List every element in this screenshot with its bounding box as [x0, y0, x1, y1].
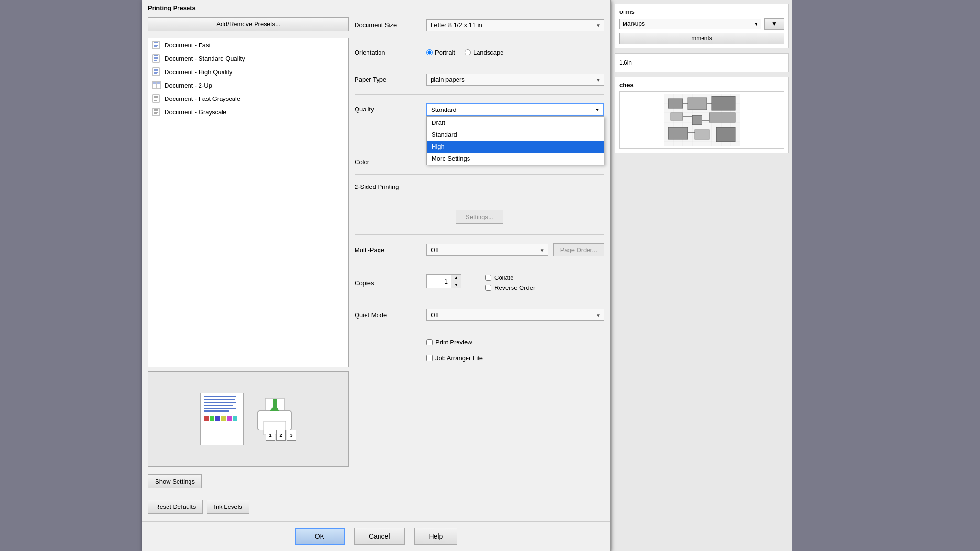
quality-dropdown: Draft Standard High More Settings	[426, 116, 604, 165]
copies-increment[interactable]: ▲	[451, 275, 461, 281]
multi-page-control: Off Page Order...	[426, 243, 604, 256]
preset-label-standard: Document - Standard Quality	[165, 55, 245, 62]
searches-title: ches	[619, 81, 784, 88]
markups-select[interactable]: Markups	[619, 19, 761, 29]
comments-button[interactable]: mments	[619, 33, 784, 44]
dialog-footer: OK Cancel Help	[142, 521, 610, 551]
doc-icon-high	[152, 67, 161, 76]
markups-select-wrapper: Markups	[619, 19, 761, 29]
print-preview-label: Print Preview	[435, 339, 472, 346]
searches-section: ches	[615, 77, 789, 153]
cancel-button[interactable]: Cancel	[354, 528, 405, 545]
dialog-title: Printing Presets	[142, 0, 610, 13]
printer-preview: 1 2 3	[253, 397, 296, 441]
document-size-select[interactable]: Letter 8 1/2 x 11 in	[426, 19, 604, 31]
svg-rect-50	[688, 98, 707, 110]
quality-display[interactable]: Standard ▼	[426, 103, 604, 116]
show-settings-button[interactable]: Show Settings	[148, 474, 202, 488]
orientation-label: Orientation	[355, 49, 422, 56]
job-arranger-option[interactable]: Job Arranger Lite	[426, 354, 604, 362]
document-size-select-wrapper: Letter 8 1/2 x 11 in	[426, 19, 604, 31]
help-button[interactable]: Help	[414, 528, 458, 545]
paper-type-select[interactable]: plain papers	[426, 74, 604, 86]
page-order-button[interactable]: Page Order...	[553, 243, 604, 256]
collate-checkbox[interactable]	[485, 275, 491, 281]
side-panel: orms Markups ▼ mments 1.6in	[611, 0, 792, 551]
document-size-label: Document Size	[355, 22, 422, 29]
copies-input[interactable]	[427, 275, 451, 288]
svg-rect-57	[716, 127, 735, 142]
document-size-row: Document Size Letter 8 1/2 x 11 in	[355, 17, 604, 33]
svg-rect-52	[671, 113, 683, 120]
svg-rect-15	[153, 81, 156, 89]
preset-label-high: Document - High Quality	[165, 68, 233, 76]
copies-label: Copies	[355, 279, 422, 287]
quality-row: Quality Standard ▼ Draft Standard High M…	[355, 101, 604, 118]
doc-icon-grayscale	[152, 108, 161, 116]
two-sided-row: 2-Sided Printing	[355, 181, 604, 192]
landscape-label: Landscape	[473, 49, 504, 56]
portrait-label: Portrait	[435, 49, 455, 56]
doc-icon	[152, 41, 161, 49]
presets-list: Document - Fast	[148, 38, 349, 367]
settings-panel: Document Size Letter 8 1/2 x 11 in Orien…	[355, 17, 604, 518]
document-preview	[200, 393, 244, 445]
two-sided-label: 2-Sided Printing	[355, 183, 422, 190]
svg-rect-16	[157, 81, 160, 89]
portrait-option[interactable]: Portrait	[426, 49, 455, 56]
preset-item-high[interactable]: Document - High Quality	[148, 65, 348, 78]
preset-label-fast-gray: Document - Fast Grayscale	[165, 95, 240, 102]
measurement-value: 1.6in	[619, 59, 632, 66]
forms-section: orms Markups ▼ mments	[615, 4, 789, 48]
job-arranger-checkbox[interactable]	[426, 355, 433, 361]
preset-item-fast-gray[interactable]: Document - Fast Grayscale	[148, 92, 348, 105]
multipage-select[interactable]: Off	[426, 244, 548, 256]
quality-option-standard[interactable]: Standard	[427, 129, 604, 141]
svg-rect-51	[712, 96, 735, 110]
print-preview-option[interactable]: Print Preview	[426, 339, 604, 346]
quiet-mode-select-wrapper: Off	[426, 309, 604, 321]
landscape-radio[interactable]	[465, 49, 471, 55]
multi-page-label: Multi-Page	[355, 246, 422, 253]
preset-label-fast: Document - Fast	[165, 42, 211, 49]
doc-icon-standard	[152, 54, 161, 63]
quality-option-more[interactable]: More Settings	[427, 153, 604, 165]
svg-rect-49	[668, 99, 683, 108]
quiet-mode-row: Quiet Mode Off	[355, 307, 604, 323]
print-preview-checkbox[interactable]	[426, 339, 433, 345]
copies-decrement[interactable]: ▼	[451, 281, 461, 288]
add-remove-presets-button[interactable]: Add/Remove Presets...	[148, 17, 349, 31]
quality-select-wrapper[interactable]: Standard ▼ Draft Standard High More Sett…	[426, 103, 604, 116]
quality-option-draft[interactable]: Draft	[427, 117, 604, 129]
settings-button[interactable]: Settings...	[456, 210, 503, 224]
quality-option-high[interactable]: High	[427, 141, 604, 153]
multi-page-row: Multi-Page Off Page Order...	[355, 242, 604, 258]
landscape-option[interactable]: Landscape	[465, 49, 504, 56]
job-arranger-row: Job Arranger Lite	[355, 353, 604, 364]
forms-title: orms	[619, 8, 784, 15]
markups-expand-button[interactable]: ▼	[764, 18, 784, 30]
reverse-order-option[interactable]: Reverse Order	[485, 284, 535, 291]
svg-rect-54	[709, 113, 735, 122]
preset-label-2up: Document - 2-Up	[165, 82, 212, 89]
job-arranger-label: Job Arranger Lite	[435, 354, 483, 362]
reset-defaults-button[interactable]: Reset Defaults	[148, 500, 203, 514]
pcb-svg	[664, 94, 740, 146]
reverse-order-checkbox[interactable]	[485, 285, 491, 291]
multipage-select-wrapper: Off	[426, 244, 548, 256]
preset-item-standard[interactable]: Document - Standard Quality	[148, 52, 348, 65]
svg-rect-55	[668, 127, 688, 139]
ok-button[interactable]: OK	[295, 528, 345, 545]
quality-label: Quality	[355, 103, 422, 113]
markups-row: Markups ▼	[619, 18, 784, 30]
quiet-mode-select[interactable]: Off	[426, 309, 604, 321]
portrait-radio[interactable]	[426, 49, 433, 55]
doc-icon-2up	[152, 81, 161, 89]
preset-item-fast[interactable]: Document - Fast	[148, 38, 348, 52]
collate-option[interactable]: Collate	[485, 274, 535, 281]
orientation-group: Portrait Landscape	[426, 49, 604, 56]
preview-lines	[204, 396, 240, 412]
preset-item-grayscale[interactable]: Document - Grayscale	[148, 105, 348, 119]
ink-levels-button[interactable]: Ink Levels	[207, 500, 249, 514]
preset-item-2up[interactable]: Document - 2-Up	[148, 78, 348, 92]
